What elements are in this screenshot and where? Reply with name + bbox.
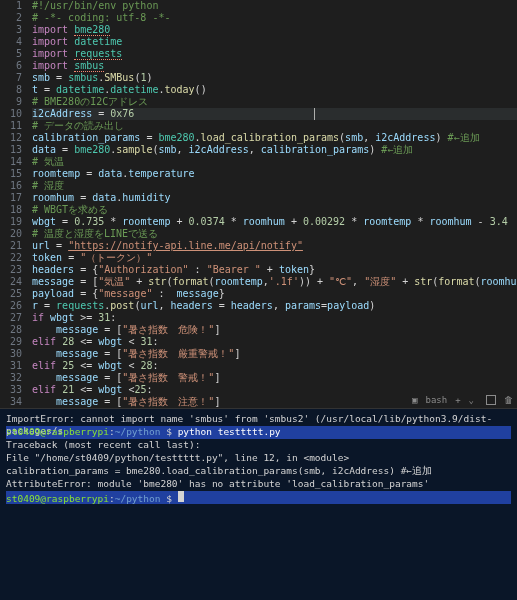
line-number: 25: [0, 288, 22, 300]
line-number: 7: [0, 72, 22, 84]
line-number: 18: [0, 204, 22, 216]
line-number: 21: [0, 240, 22, 252]
code-line[interactable]: import datetime: [32, 36, 517, 48]
code-line[interactable]: wbgt = 0.735 * roomtemp + 0.0374 * roomh…: [32, 216, 517, 228]
terminal-line: Traceback (most recent call last):: [6, 439, 511, 452]
line-number: 27: [0, 312, 22, 324]
line-number: 17: [0, 192, 22, 204]
line-number: 5: [0, 48, 22, 60]
line-number: 4: [0, 36, 22, 48]
line-number-gutter: 1234567891011121314151617181920212223242…: [0, 0, 28, 408]
line-number: 14: [0, 156, 22, 168]
line-number: 24: [0, 276, 22, 288]
editor-statusbar: ▣ bash + ⌄ 🗑: [412, 392, 513, 408]
code-line[interactable]: import requests: [32, 48, 517, 60]
code-line[interactable]: # 気温: [32, 156, 517, 168]
line-number: 11: [0, 120, 22, 132]
code-line[interactable]: #!/usr/bin/env python: [32, 0, 517, 12]
terminal-line: AttributeError: module 'bme280' has no a…: [6, 478, 511, 491]
code-line[interactable]: i2cAddress = 0x76: [32, 108, 517, 120]
terminal-line: calibration_params = bme280.load_calibra…: [6, 465, 511, 478]
code-line[interactable]: import bme280: [32, 24, 517, 36]
code-line[interactable]: # WBGTを求める: [32, 204, 517, 216]
line-number: 6: [0, 60, 22, 72]
terminal-line: File "/home/st0409/python/testtttt.py", …: [6, 452, 511, 465]
code-line[interactable]: roomtemp = data.temperature: [32, 168, 517, 180]
line-number: 10: [0, 108, 22, 120]
code-line[interactable]: elif 25 <= wbgt < 28:: [32, 360, 517, 372]
code-line[interactable]: message = ["気温" + str(format(roomtemp,'.…: [32, 276, 517, 288]
terminal-line: st0409@raspberrypi:~/python $: [6, 491, 511, 504]
code-content[interactable]: #!/usr/bin/env python# -*- coding: utf-8…: [32, 0, 517, 408]
code-line[interactable]: message = ["暑さ指数 警戒！"]: [32, 372, 517, 384]
code-line[interactable]: data = bme280.sample(smb, i2cAddress, ca…: [32, 144, 517, 156]
line-number: 29: [0, 336, 22, 348]
line-number: 8: [0, 84, 22, 96]
code-line[interactable]: payload = {"message" : message}: [32, 288, 517, 300]
line-number: 30: [0, 348, 22, 360]
code-line[interactable]: headers = {"Authorization" : "Bearer " +…: [32, 264, 517, 276]
line-number: 2: [0, 12, 22, 24]
terminal-command: python testtttt.py: [178, 426, 281, 437]
terminal-panel[interactable]: ImportError: cannot import name 'smbus' …: [0, 408, 517, 600]
code-line[interactable]: # データの読み出し: [32, 120, 517, 132]
code-line[interactable]: # 温度と湿度をLINEで送る: [32, 228, 517, 240]
code-line[interactable]: roomhum = data.humidity: [32, 192, 517, 204]
line-number: 33: [0, 384, 22, 396]
code-line[interactable]: elif 28 <= wbgt < 31:: [32, 336, 517, 348]
line-number: 19: [0, 216, 22, 228]
prompt-path: ~/python: [115, 426, 161, 437]
code-line[interactable]: # 湿度: [32, 180, 517, 192]
line-number: 15: [0, 168, 22, 180]
terminal-cursor: [178, 491, 184, 502]
code-editor[interactable]: 1234567891011121314151617181920212223242…: [0, 0, 517, 408]
line-number: 13: [0, 144, 22, 156]
line-number: 23: [0, 264, 22, 276]
shell-indicator-icon: ▣: [412, 395, 417, 405]
line-number: 32: [0, 372, 22, 384]
code-line[interactable]: calibration_params = bme280.load_calibra…: [32, 132, 517, 144]
text-cursor: [314, 108, 315, 120]
shell-label: bash: [425, 395, 447, 405]
code-line[interactable]: token = "（トークン）": [32, 252, 517, 264]
chevron-down-icon[interactable]: ⌄: [469, 395, 474, 405]
line-number: 1: [0, 0, 22, 12]
terminal-line: ImportError: cannot import name 'smbus' …: [6, 413, 511, 426]
code-line[interactable]: # -*- coding: utf-8 -*-: [32, 12, 517, 24]
line-number: 12: [0, 132, 22, 144]
code-line[interactable]: t = datetime.datetime.today(): [32, 84, 517, 96]
code-line[interactable]: # BME280のI2Cアドレス: [32, 96, 517, 108]
trash-icon[interactable]: 🗑: [504, 395, 513, 405]
line-number: 16: [0, 180, 22, 192]
prompt-user: st0409@raspberrypi: [6, 426, 109, 437]
code-line[interactable]: message = ["暑さ指数 厳重警戒！"]: [32, 348, 517, 360]
code-line[interactable]: import smbus: [32, 60, 517, 72]
code-line[interactable]: if wbgt >= 31:: [32, 312, 517, 324]
code-line[interactable]: r = requests.post(url, headers = headers…: [32, 300, 517, 312]
line-number: 28: [0, 324, 22, 336]
prompt-user: st0409@raspberrypi: [6, 493, 109, 504]
split-panel-icon[interactable]: [486, 395, 496, 405]
line-number: 9: [0, 96, 22, 108]
line-number: 31: [0, 360, 22, 372]
line-number: 34: [0, 396, 22, 408]
line-number: 26: [0, 300, 22, 312]
line-number: 20: [0, 228, 22, 240]
code-line[interactable]: message = ["暑さ指数 危険！"]: [32, 324, 517, 336]
plus-icon[interactable]: +: [455, 395, 460, 405]
prompt-path: ~/python: [115, 493, 161, 504]
terminal-line: st0409@raspberrypi:~/python $ python tes…: [6, 426, 511, 439]
code-line[interactable]: url = "https://notify-api.line.me/api/no…: [32, 240, 517, 252]
code-line[interactable]: smb = smbus.SMBus(1): [32, 72, 517, 84]
line-number: 22: [0, 252, 22, 264]
line-number: 3: [0, 24, 22, 36]
